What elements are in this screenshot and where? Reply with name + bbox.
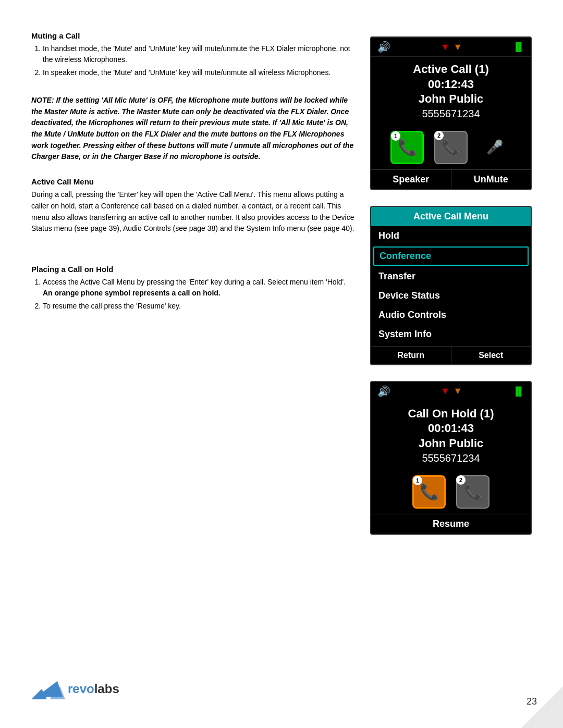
menu-select-btn[interactable]: Select: [451, 347, 531, 364]
mic-down-icon-1: ▼: [440, 42, 450, 53]
active-call-menu-screen: Active Call Menu Hold Conference Transfe…: [370, 206, 532, 365]
screen3-status-bar: 🔊 ▼ ▼ ▐▌: [371, 382, 531, 401]
screen1-call-timer: 00:12:43: [375, 77, 527, 92]
screen3-mic-icon-2: ▼: [453, 386, 462, 397]
screen1-phone-btn-1[interactable]: 📞 1: [390, 131, 424, 164]
screen1-left-icons: 🔊: [377, 41, 390, 53]
screen3-speaker-icon: 🔊: [377, 385, 390, 398]
screen3-center-icons: ▼ ▼: [440, 386, 462, 397]
active-call-menu-body: During a call, pressing the 'Enter' key …: [31, 189, 354, 235]
screen1-phone-buttons: 📞 1 📞 2 🎤: [371, 126, 531, 169]
screen1-phone-btn-2[interactable]: 📞 2: [434, 131, 468, 164]
active-call-screen: 🔊 ▼ ▼ ▐▌ Active Call (1) 00:12:43 John P…: [370, 36, 532, 190]
call-on-hold-screen: 🔊 ▼ ▼ ▐▌ Call On Hold (1) 00:01:43 John …: [370, 381, 532, 535]
screen3-call-number: 5555671234: [375, 451, 527, 465]
muting-note: NOTE: If the setting 'All Mic Mute' is O…: [31, 95, 354, 163]
menu-item-audio-controls[interactable]: Audio Controls: [371, 305, 531, 325]
screen3-mic-icon-1: ▼: [440, 386, 450, 397]
logo-labs: labs: [94, 682, 119, 696]
screen3-battery-icon: ▐▌: [512, 387, 524, 396]
muting-section: Muting a Call In handset mode, the 'Mute…: [31, 31, 354, 80]
active-call-menu-section: Active Call Menu During a call, pressing…: [31, 177, 354, 235]
menu-item-system-info[interactable]: System Info: [371, 325, 531, 344]
screen1-call-info: Active Call (1) 00:12:43 John Public 555…: [371, 57, 531, 126]
screen3-left-icons: 🔊: [377, 385, 390, 398]
right-column: 🔊 ▼ ▼ ▐▌ Active Call (1) 00:12:43 John P…: [370, 31, 537, 697]
muting-heading: Muting a Call: [31, 31, 354, 40]
screen1-center-icons: ▼ ▼: [440, 42, 462, 53]
screen1-action-bar: Speaker UnMute: [371, 169, 531, 189]
screen3-call-name: John Public: [375, 436, 527, 451]
screen3-btn2-badge: 2: [456, 475, 466, 485]
placing-hold-heading: Placing a Call on Hold: [31, 265, 354, 274]
placing-hold-item-1: Access the Active Call Menu by pressing …: [43, 277, 354, 299]
revolabs-logo-text: revolabs: [68, 682, 119, 696]
menu-screen-header: Active Call Menu: [371, 207, 531, 226]
logo-revo: revo: [68, 682, 94, 696]
menu-item-conference[interactable]: Conference: [373, 246, 529, 266]
screen1-call-title: Active Call (1): [375, 62, 527, 77]
corner-decoration: [521, 686, 563, 728]
screen1-battery-icon: ▐▌: [512, 42, 524, 52]
screen3-btn1-badge: 1: [413, 476, 422, 485]
menu-screen-bottom-bar: Return Select: [371, 346, 531, 364]
screen1-call-number: 5555671234: [375, 107, 527, 120]
placing-hold-section: Placing a Call on Hold Access the Active…: [31, 265, 354, 314]
screen3-phone-btn-1[interactable]: 📞 1: [412, 475, 446, 509]
placing-hold-list: Access the Active Call Menu by pressing …: [31, 277, 354, 312]
muting-list: In handset mode, the 'Mute' and 'UnMute'…: [31, 43, 354, 78]
left-column: Muting a Call In handset mode, the 'Mute…: [31, 31, 354, 697]
active-call-menu-heading: Active Call Menu: [31, 177, 354, 186]
logo-area: revolabs: [31, 676, 119, 702]
screen3-phone-btn-2[interactable]: 📞 2: [456, 475, 489, 509]
menu-item-transfer[interactable]: Transfer: [371, 267, 531, 286]
screen1-speaker-btn[interactable]: Speaker: [371, 170, 451, 189]
placing-hold-item-1-bold: An orange phone symbol represents a call…: [43, 289, 221, 297]
menu-screen-items: Hold Conference Transfer Device Status A…: [371, 226, 531, 344]
revolabs-logo-icon: [31, 676, 68, 702]
screen3-phone-buttons: 📞 1 📞 2: [371, 470, 531, 514]
screen1-btn1-badge: 1: [391, 131, 400, 141]
placing-hold-item-1-normal: Access the Active Call Menu by pressing …: [43, 278, 346, 286]
muting-item-1: In handset mode, the 'Mute' and 'UnMute'…: [43, 43, 354, 65]
menu-item-device-status[interactable]: Device Status: [371, 286, 531, 305]
screen1-btn2-badge: 2: [434, 131, 444, 140]
screen1-status-bar: 🔊 ▼ ▼ ▐▌: [371, 38, 531, 57]
screen1-unmute-btn[interactable]: UnMute: [451, 170, 531, 189]
placing-hold-item-2: To resume the call press the 'Resume' ke…: [43, 301, 354, 312]
screen3-call-title: Call On Hold (1): [375, 406, 527, 422]
speaker-icon: 🔊: [377, 41, 390, 53]
screen3-call-info: Call On Hold (1) 00:01:43 John Public 55…: [371, 401, 531, 470]
screen3-action-bar: Resume: [371, 514, 531, 534]
mic-down-icon-2: ▼: [453, 42, 462, 53]
screen1-call-name: John Public: [375, 92, 527, 107]
menu-return-btn[interactable]: Return: [371, 347, 451, 364]
screen3-call-timer: 00:01:43: [375, 421, 527, 436]
menu-item-hold[interactable]: Hold: [371, 226, 531, 245]
screen3-resume-btn[interactable]: Resume: [371, 514, 531, 534]
screen1-mute-btn[interactable]: 🎤: [478, 131, 511, 164]
muting-item-2: In speaker mode, the 'Mute' and 'UnMute'…: [43, 67, 354, 78]
